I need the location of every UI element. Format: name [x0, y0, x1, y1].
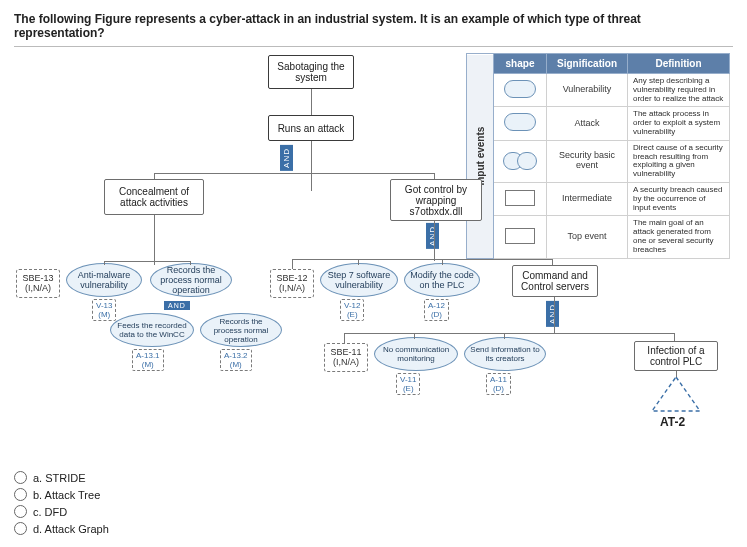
legend-table: Input events shape Signification Definit… — [466, 53, 730, 259]
shape-sbe-icon — [503, 152, 537, 168]
connector — [442, 259, 443, 265]
connector — [104, 261, 105, 265]
connector — [154, 173, 434, 174]
legend-events-header: Input events — [467, 54, 494, 259]
connector — [311, 141, 312, 191]
diagram-area: Input events shape Signification Definit… — [14, 53, 734, 463]
connector — [434, 221, 435, 261]
connector — [104, 261, 190, 262]
and-badge: AND — [280, 145, 293, 171]
legend-row: Vulnerability Any step describing a vuln… — [467, 74, 730, 107]
connector — [154, 173, 155, 179]
connector — [676, 371, 677, 377]
tag-m: (E) — [344, 310, 360, 319]
tag-m: (D) — [428, 310, 445, 319]
legend-row: Security basic event Direct cause of a s… — [467, 140, 730, 182]
answer-option-b[interactable]: b. Attack Tree — [14, 488, 733, 501]
legend-def: The main goal of an attack generated fro… — [628, 216, 730, 258]
answer-option-a[interactable]: a. STRIDE — [14, 471, 733, 484]
and-badge: AND — [546, 301, 559, 327]
shape-vulnerability-icon — [504, 80, 536, 98]
tag-m: (M) — [224, 360, 248, 369]
radio-icon[interactable] — [14, 471, 27, 484]
ellipse-records-normal2: Records the process normal operation — [200, 313, 282, 347]
tag-id: A-13.1 — [136, 351, 160, 360]
radio-icon[interactable] — [14, 488, 27, 501]
connector — [504, 333, 505, 339]
tag-id: A-12 — [428, 301, 445, 310]
answer-option-c[interactable]: c. DFD — [14, 505, 733, 518]
connector — [344, 333, 674, 334]
tag-m: (M) — [96, 310, 112, 319]
tag-a131: A-13.1 (M) — [132, 349, 164, 371]
and-badge: AND — [426, 223, 439, 249]
legend-shape-header: shape — [494, 54, 547, 74]
ellipse-antimalware: Anti-malware vulnerability — [66, 263, 142, 297]
ellipse-step7: Step 7 software vulnerability — [320, 263, 398, 297]
connector — [554, 297, 555, 333]
question-text: The following Figure represents a cyber-… — [14, 12, 733, 40]
sbe-id: SBE-12 — [276, 273, 307, 283]
answer-label: a. STRIDE — [33, 472, 86, 484]
sbe-11: SBE-11 (I,N/A) — [324, 343, 368, 372]
answer-option-d[interactable]: d. Attack Graph — [14, 522, 733, 535]
node-command-control: Command and Control servers — [512, 265, 598, 297]
at2-label: AT-2 — [660, 415, 685, 429]
connector — [358, 259, 359, 265]
radio-icon[interactable] — [14, 522, 27, 535]
node-gotcontrol: Got control by wrapping s7otbxdx.dll — [390, 179, 482, 221]
divider — [14, 46, 733, 47]
connector — [434, 173, 435, 179]
tag-id: V-11 — [400, 375, 416, 384]
tag-m: (E) — [400, 384, 416, 393]
sbe-13: SBE-13 (I,N/A) — [16, 269, 60, 298]
tag-id: A-13.2 — [224, 351, 248, 360]
ellipse-feeds: Feeds the recorded data to the WinCC — [110, 313, 194, 347]
tag-v11: V-11 (E) — [396, 373, 420, 395]
tag-id: V-13 — [96, 301, 112, 310]
legend-def: Direct cause of a security breach result… — [628, 140, 730, 182]
legend-sig-header: Signification — [547, 54, 628, 74]
connector — [292, 259, 552, 260]
connector — [154, 215, 155, 265]
legend-def: Any step describing a vulnerability requ… — [628, 74, 730, 107]
ellipse-nocomm: No communication monitoring — [374, 337, 458, 371]
tag-a132: A-13.2 (M) — [220, 349, 252, 371]
svg-marker-0 — [652, 377, 700, 411]
connector — [414, 333, 415, 339]
ellipse-sendinfo: Send information to its creators — [464, 337, 546, 371]
tag-a12: A-12 (D) — [424, 299, 449, 321]
tag-v12: V-12 (E) — [340, 299, 364, 321]
connector — [344, 333, 345, 343]
shape-intermediate-icon — [505, 190, 535, 206]
sbe-id: SBE-13 — [22, 273, 53, 283]
legend-row: Intermediate A security breach caused by… — [467, 182, 730, 215]
tag-a11: A-11 (D) — [486, 373, 511, 395]
answer-options: a. STRIDE b. Attack Tree c. DFD d. Attac… — [14, 471, 733, 535]
answer-label: d. Attack Graph — [33, 523, 109, 535]
node-sabotaging: Sabotaging the system — [268, 55, 354, 89]
legend-def: The attack process in order to exploit a… — [628, 107, 730, 140]
shape-top-icon — [505, 228, 535, 244]
legend-sig: Security basic event — [547, 140, 628, 182]
tag-id: A-11 — [490, 375, 507, 384]
legend-sig: Intermediate — [547, 182, 628, 215]
sbe-na: (I,N/A) — [279, 283, 305, 293]
shape-attack-icon — [504, 113, 536, 131]
answer-label: c. DFD — [33, 506, 67, 518]
legend-row: Attack The attack process in order to ex… — [467, 107, 730, 140]
sbe-na: (I,N/A) — [333, 357, 359, 367]
triangle-icon — [650, 375, 702, 413]
ellipse-modify-plc: Modify the code on the PLC — [404, 263, 480, 297]
legend-def-header: Definition — [628, 54, 730, 74]
node-concealment: Concealment of attack activities — [104, 179, 204, 215]
tag-id: V-12 — [344, 301, 360, 310]
legend-sig: Top event — [547, 216, 628, 258]
radio-icon[interactable] — [14, 505, 27, 518]
tag-m: (D) — [490, 384, 507, 393]
legend-row: Top event The main goal of an attack gen… — [467, 216, 730, 258]
sbe-na: (I,N/A) — [25, 283, 51, 293]
node-infection: Infection of a control PLC — [634, 341, 718, 371]
and-badge: AND — [164, 301, 190, 310]
legend-sig: Attack — [547, 107, 628, 140]
